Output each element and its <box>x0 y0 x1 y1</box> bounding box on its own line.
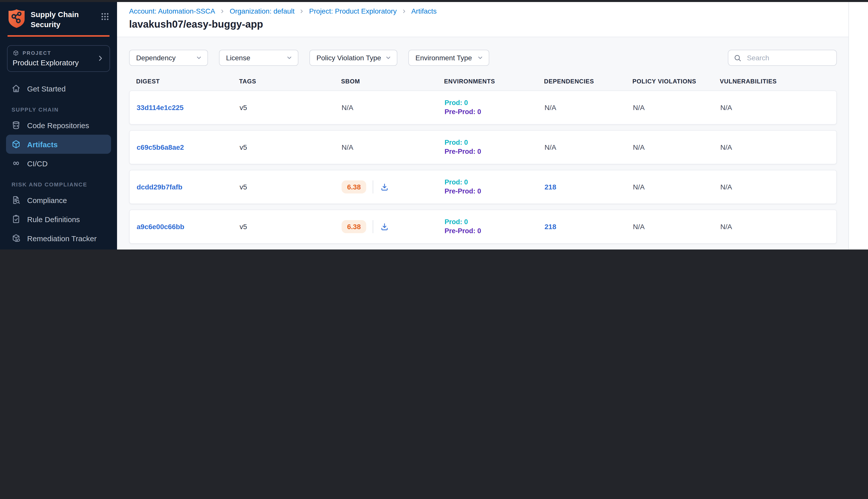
breadcrumb-link[interactable]: Account: Automation-SSCA <box>129 7 215 15</box>
na-value: N/A <box>545 143 556 151</box>
filter-label: Policy Violation Type <box>317 54 381 62</box>
column-header-dependencies: DEPENDENCIES <box>537 78 625 85</box>
supply-chain-security-logo-icon <box>8 9 26 29</box>
breadcrumb-link[interactable]: Project: Product Exploratory <box>309 7 397 15</box>
filter-dropdown-environment-type[interactable]: Environment Type <box>408 50 489 66</box>
sidebar-item-artifacts[interactable]: Artifacts <box>6 135 111 154</box>
tag-value: v5 <box>239 183 247 191</box>
na-value: N/A <box>720 143 732 151</box>
dependencies-cell: 218 <box>537 223 626 231</box>
sidebar-item-label: Artifacts <box>27 140 58 148</box>
policy-violations-cell: N/A <box>626 223 713 231</box>
sidebar-item-rule-definitions[interactable]: Rule Definitions <box>6 209 111 229</box>
divider <box>373 180 373 194</box>
cube-icon <box>13 50 19 56</box>
vulnerabilities-cell: N/A <box>713 223 836 231</box>
tags-cell: v5 <box>233 183 335 191</box>
column-header-policy-violations: POLICY VIOLATIONS <box>625 78 713 85</box>
table-row: 33d114e1c225v5N/AProd: 0Pre-Prod: 0N/AN/… <box>129 90 837 125</box>
chevron-down-icon <box>477 55 483 61</box>
download-icon[interactable] <box>380 222 389 231</box>
column-header-vulnerabilities: VULNERABILITIES <box>713 78 837 85</box>
infinity-icon <box>11 158 21 168</box>
sidebar-menu: Get StartedSUPPLY CHAINCode Repositories… <box>0 72 117 250</box>
sidebar-item-label: CI/CD <box>27 159 48 168</box>
breadcrumb-separator-icon <box>401 8 407 14</box>
tag-value: v5 <box>239 104 247 112</box>
sidebar-header: Supply Chain Security <box>0 2 117 33</box>
project-selector[interactable]: PROJECT Product Exploratory <box>7 45 110 72</box>
breadcrumb-link[interactable]: Artifacts <box>411 7 436 15</box>
cube-icon <box>11 139 21 149</box>
sidebar: Supply Chain Security <box>0 2 117 250</box>
page-title: lavakush07/easy-buggy-app <box>129 19 837 30</box>
digest-link[interactable]: a9c6e00c66bb <box>137 223 184 231</box>
right-utility-strip <box>848 2 868 250</box>
sidebar-item-code-repositories[interactable]: Code Repositories <box>6 115 111 135</box>
sidebar-section-label: RISK AND COMPLIANCE <box>12 181 111 187</box>
sidebar-item-ci-cd[interactable]: CI/CD <box>6 154 111 173</box>
table-header-row: DIGESTTAGSSBOMENVIRONMENTSDEPENDENCIESPO… <box>129 78 837 85</box>
sidebar-item-label: Remediation Tracker <box>27 234 97 242</box>
digest-link[interactable]: 33d114e1c225 <box>137 104 184 112</box>
main-area: Account: Automation-SSCAOrganization: de… <box>117 2 868 250</box>
prod-count: Prod: 0 <box>445 218 537 227</box>
chevron-down-icon <box>286 55 292 61</box>
filter-dropdown-dependency[interactable]: Dependency <box>129 50 208 66</box>
search-input[interactable] <box>746 53 831 62</box>
environments-cell: Prod: 0Pre-Prod: 0 <box>437 218 537 236</box>
preprod-count: Pre-Prod: 0 <box>445 147 537 156</box>
dependencies-cell: 218 <box>537 183 626 191</box>
policy-violations-cell: N/A <box>626 143 713 151</box>
app-window: Supply Chain Security <box>0 0 868 250</box>
digest-link[interactable]: c69c5b6a8ae2 <box>137 143 184 151</box>
na-value: N/A <box>633 183 645 191</box>
sidebar-section-label: SUPPLY CHAIN <box>12 107 111 112</box>
search-box[interactable] <box>728 50 837 66</box>
sidebar-item-get-started[interactable]: Get Started <box>6 79 111 98</box>
sbom-cell: 6.38 <box>335 180 437 194</box>
environments-cell: Prod: 0Pre-Prod: 0 <box>437 178 537 196</box>
column-header-digest: DIGEST <box>129 78 232 85</box>
table-row: a9c6e00c66bbv56.38Prod: 0Pre-Prod: 0218N… <box>129 209 837 244</box>
na-value: N/A <box>633 143 645 151</box>
breadcrumb-separator-icon <box>299 8 305 14</box>
sbom-score-badge: 6.38 <box>342 180 367 194</box>
project-label-row: PROJECT <box>13 50 78 56</box>
project-name: Product Exploratory <box>13 58 78 67</box>
na-value: N/A <box>633 104 645 112</box>
dependencies-link[interactable]: 218 <box>545 223 556 231</box>
project-label: PROJECT <box>23 50 51 56</box>
dependencies-link[interactable]: 218 <box>545 183 556 191</box>
filter-dropdown-license[interactable]: License <box>219 50 298 66</box>
vulnerabilities-cell: N/A <box>713 104 836 112</box>
filter-dropdown-policy-violation-type[interactable]: Policy Violation Type <box>309 50 397 66</box>
environments-cell: Prod: 0Pre-Prod: 0 <box>437 138 537 156</box>
na-value: N/A <box>720 183 732 191</box>
product-name: Supply Chain Security <box>30 9 79 29</box>
dependencies-cell: N/A <box>537 104 626 112</box>
breadcrumb-link[interactable]: Organization: default <box>230 7 294 15</box>
page-header: Account: Automation-SSCAOrganization: de… <box>117 2 849 37</box>
tags-cell: v5 <box>233 143 335 151</box>
policy-violations-cell: N/A <box>626 183 713 191</box>
prod-count: Prod: 0 <box>445 138 537 147</box>
sidebar-item-compliance[interactable]: Compliance <box>6 191 111 209</box>
na-value: N/A <box>545 104 556 112</box>
table-row: 479e2acd981bv56.38Prod: 0Pre-Prod: 0218N… <box>129 249 837 250</box>
table-row: dcdd29b7fafbv56.38Prod: 0Pre-Prod: 0218N… <box>129 170 837 204</box>
sbom-cell: N/A <box>335 104 437 112</box>
sidebar-item-remediation-tracker[interactable]: Remediation Tracker <box>6 229 111 248</box>
sbom-score-badge: 6.38 <box>342 220 367 233</box>
document-search-icon <box>11 195 21 205</box>
app-grid-icon[interactable] <box>100 9 110 22</box>
digest-link[interactable]: dcdd29b7fafb <box>137 183 182 191</box>
accent-divider <box>8 35 110 37</box>
na-value: N/A <box>342 143 354 151</box>
na-value: N/A <box>720 223 732 231</box>
sidebar-item-label: Compliance <box>27 196 67 204</box>
download-icon[interactable] <box>380 182 389 192</box>
clipboard-check-icon <box>11 214 21 224</box>
artifacts-table: DIGESTTAGSSBOMENVIRONMENTSDEPENDENCIESPO… <box>117 78 849 250</box>
na-value: N/A <box>633 223 645 231</box>
